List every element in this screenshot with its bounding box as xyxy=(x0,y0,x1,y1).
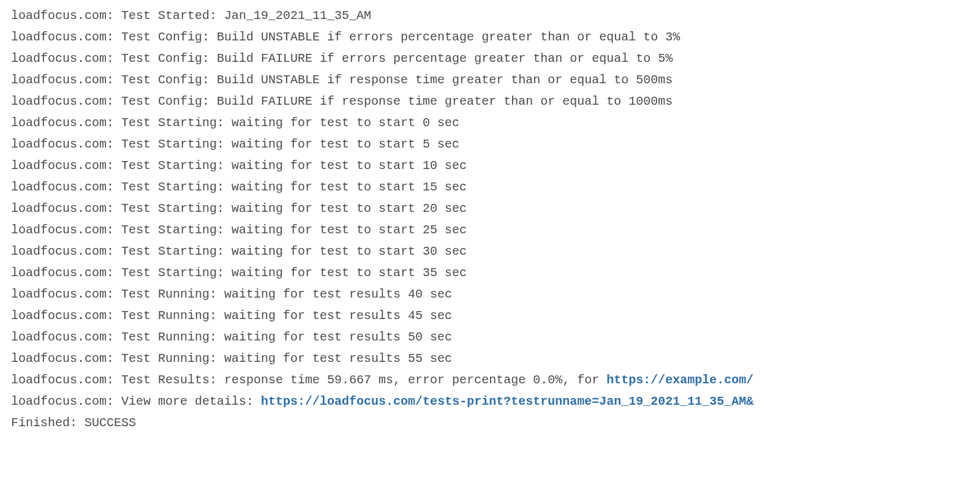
console-output: loadfocus.com: Test Started: Jan_19_2021… xyxy=(11,5,969,434)
log-text: Test Starting: waiting for test to start… xyxy=(121,201,467,216)
log-line: loadfocus.com: Test Running: waiting for… xyxy=(11,348,969,369)
log-prefix: loadfocus.com: xyxy=(11,330,121,344)
log-text: Test Config: Build UNSTABLE if errors pe… xyxy=(121,30,680,44)
log-prefix: loadfocus.com: xyxy=(11,309,121,323)
log-line: loadfocus.com: Test Config: Build UNSTAB… xyxy=(11,69,969,91)
log-line: loadfocus.com: Test Running: waiting for… xyxy=(11,326,969,348)
log-line: loadfocus.com: View more details: https:… xyxy=(11,391,969,412)
log-line: loadfocus.com: Test Starting: waiting fo… xyxy=(11,241,969,262)
log-text: Test Results: response time 59.667 ms, e… xyxy=(121,373,606,387)
log-prefix: loadfocus.com: xyxy=(11,30,121,44)
log-prefix: loadfocus.com: xyxy=(11,223,121,237)
log-text: Test Starting: waiting for test to start… xyxy=(121,180,467,194)
log-line: loadfocus.com: Test Config: Build FAILUR… xyxy=(11,48,969,69)
log-prefix: loadfocus.com: xyxy=(11,159,121,173)
log-line: loadfocus.com: Test Started: Jan_19_2021… xyxy=(11,5,969,26)
log-line: loadfocus.com: Test Running: waiting for… xyxy=(11,284,969,305)
log-prefix: loadfocus.com: xyxy=(11,116,121,130)
log-text: Test Starting: waiting for test to start… xyxy=(121,116,459,130)
log-link[interactable]: https://example.com/ xyxy=(606,373,753,387)
log-prefix: loadfocus.com: xyxy=(11,94,121,108)
log-text: Test Config: Build UNSTABLE if response … xyxy=(121,73,673,87)
log-line: loadfocus.com: Test Starting: waiting fo… xyxy=(11,176,969,198)
log-link[interactable]: https://loadfocus.com/tests-print?testru… xyxy=(261,394,753,408)
log-line: loadfocus.com: Test Running: waiting for… xyxy=(11,305,969,326)
log-prefix: loadfocus.com: xyxy=(11,9,121,23)
log-prefix: loadfocus.com: xyxy=(11,373,121,387)
log-line: loadfocus.com: Test Starting: waiting fo… xyxy=(11,155,969,176)
log-text: Test Config: Build FAILURE if response t… xyxy=(121,94,673,108)
log-text: View more details: xyxy=(121,394,261,408)
log-text: Test Running: waiting for test results 4… xyxy=(121,309,452,323)
log-prefix: loadfocus.com: xyxy=(11,137,121,151)
log-prefix: loadfocus.com: xyxy=(11,266,121,280)
log-line: loadfocus.com: Test Starting: waiting fo… xyxy=(11,262,969,284)
log-prefix: loadfocus.com: xyxy=(11,287,121,301)
log-line: loadfocus.com: Test Config: Build UNSTAB… xyxy=(11,26,969,48)
log-prefix: loadfocus.com: xyxy=(11,180,121,194)
log-line: loadfocus.com: Test Starting: waiting fo… xyxy=(11,198,969,219)
log-line: loadfocus.com: Test Starting: waiting fo… xyxy=(11,112,969,133)
log-prefix: loadfocus.com: xyxy=(11,201,121,216)
log-text: Test Starting: waiting for test to start… xyxy=(121,223,467,237)
log-text: Test Starting: waiting for test to start… xyxy=(121,137,459,151)
log-prefix: loadfocus.com: xyxy=(11,73,121,87)
log-text: Test Running: waiting for test results 5… xyxy=(121,351,452,366)
log-prefix: loadfocus.com: xyxy=(11,51,121,66)
log-text: Test Config: Build FAILURE if errors per… xyxy=(121,51,673,66)
log-text: Test Running: waiting for test results 5… xyxy=(121,330,452,344)
log-text: Test Starting: waiting for test to start… xyxy=(121,159,467,173)
log-line: loadfocus.com: Test Starting: waiting fo… xyxy=(11,219,969,241)
log-line: loadfocus.com: Test Starting: waiting fo… xyxy=(11,133,969,155)
log-text: Finished: SUCCESS xyxy=(11,416,136,430)
log-prefix: loadfocus.com: xyxy=(11,351,121,366)
log-line: Finished: SUCCESS xyxy=(11,412,969,434)
log-text: Test Starting: waiting for test to start… xyxy=(121,266,467,280)
log-prefix: loadfocus.com: xyxy=(11,394,121,408)
log-prefix: loadfocus.com: xyxy=(11,244,121,258)
log-text: Test Starting: waiting for test to start… xyxy=(121,244,467,258)
log-line: loadfocus.com: Test Config: Build FAILUR… xyxy=(11,91,969,112)
log-text: Test Started: Jan_19_2021_11_35_AM xyxy=(121,9,371,23)
log-line: loadfocus.com: Test Results: response ti… xyxy=(11,369,969,391)
log-text: Test Running: waiting for test results 4… xyxy=(121,287,452,301)
